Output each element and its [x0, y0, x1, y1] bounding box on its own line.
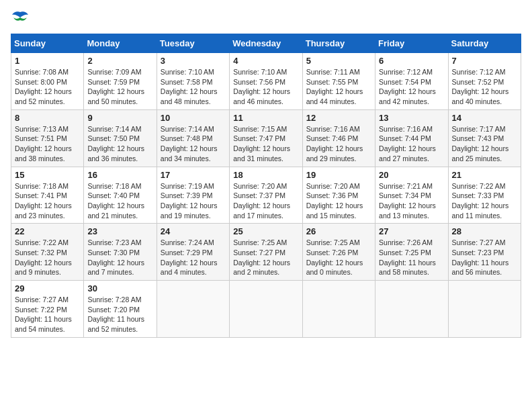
day-number: 7: [452, 56, 517, 66]
day-number: 21: [452, 170, 517, 180]
calendar-cell: [157, 281, 229, 338]
day-info: Sunrise: 7:09 AMSunset: 7:59 PMDaylight:…: [87, 67, 152, 107]
day-info: Sunrise: 7:27 AMSunset: 7:22 PMDaylight:…: [15, 295, 80, 334]
day-info: Sunrise: 7:28 AMSunset: 7:20 PMDaylight:…: [87, 295, 152, 334]
calendar-cell: [448, 281, 521, 338]
calendar-week-row: 29Sunrise: 7:27 AMSunset: 7:22 PMDayligh…: [11, 281, 521, 338]
weekday-header-tuesday: Tuesday: [157, 34, 229, 53]
day-info: Sunrise: 7:14 AMSunset: 7:48 PMDaylight:…: [161, 124, 226, 164]
calendar-cell: 9Sunrise: 7:14 AMSunset: 7:50 PMDaylight…: [84, 109, 157, 167]
day-info: Sunrise: 7:08 AMSunset: 8:00 PMDaylight:…: [15, 67, 80, 107]
weekday-header-wednesday: Wednesday: [230, 34, 302, 53]
day-info: Sunrise: 7:27 AMSunset: 7:23 PMDaylight:…: [452, 238, 517, 277]
calendar-cell: 18Sunrise: 7:20 AMSunset: 7:37 PMDayligh…: [230, 167, 302, 224]
day-number: 3: [161, 56, 226, 66]
calendar-cell: 15Sunrise: 7:18 AMSunset: 7:41 PMDayligh…: [11, 167, 84, 224]
calendar-cell: 30Sunrise: 7:28 AMSunset: 7:20 PMDayligh…: [84, 281, 157, 338]
day-number: 5: [306, 56, 371, 66]
day-number: 11: [233, 113, 298, 123]
calendar-cell: 28Sunrise: 7:27 AMSunset: 7:23 PMDayligh…: [448, 224, 521, 281]
logo-bird-icon: [11, 11, 30, 26]
calendar-cell: 21Sunrise: 7:22 AMSunset: 7:33 PMDayligh…: [448, 167, 521, 224]
day-number: 20: [379, 170, 444, 180]
calendar-cell: 25Sunrise: 7:25 AMSunset: 7:27 PMDayligh…: [230, 224, 302, 281]
day-info: Sunrise: 7:20 AMSunset: 7:36 PMDaylight:…: [306, 181, 371, 221]
calendar-cell: 17Sunrise: 7:19 AMSunset: 7:39 PMDayligh…: [157, 167, 229, 224]
day-number: 22: [15, 226, 80, 236]
day-number: 24: [161, 226, 226, 236]
day-number: 10: [161, 113, 226, 123]
day-info: Sunrise: 7:21 AMSunset: 7:34 PMDaylight:…: [379, 181, 444, 221]
day-number: 15: [15, 170, 80, 180]
day-number: 4: [233, 56, 298, 66]
calendar-cell: [230, 281, 302, 338]
day-info: Sunrise: 7:23 AMSunset: 7:30 PMDaylight:…: [87, 238, 152, 277]
day-number: 30: [87, 283, 152, 293]
calendar-cell: [302, 281, 375, 338]
calendar-cell: 27Sunrise: 7:26 AMSunset: 7:25 PMDayligh…: [375, 224, 448, 281]
calendar-cell: 7Sunrise: 7:12 AMSunset: 7:52 PMDaylight…: [448, 53, 521, 110]
calendar-week-row: 15Sunrise: 7:18 AMSunset: 7:41 PMDayligh…: [11, 167, 521, 224]
day-number: 17: [161, 170, 226, 180]
calendar-cell: 22Sunrise: 7:22 AMSunset: 7:32 PMDayligh…: [11, 224, 84, 281]
day-number: 9: [87, 113, 152, 123]
weekday-header-saturday: Saturday: [448, 34, 521, 53]
logo: [11, 11, 32, 26]
day-info: Sunrise: 7:15 AMSunset: 7:47 PMDaylight:…: [233, 124, 298, 164]
day-info: Sunrise: 7:14 AMSunset: 7:50 PMDaylight:…: [87, 124, 152, 164]
calendar-cell: 24Sunrise: 7:24 AMSunset: 7:29 PMDayligh…: [157, 224, 229, 281]
calendar-cell: 20Sunrise: 7:21 AMSunset: 7:34 PMDayligh…: [375, 167, 448, 224]
day-info: Sunrise: 7:20 AMSunset: 7:37 PMDaylight:…: [233, 181, 298, 221]
page-header: [11, 11, 521, 26]
calendar-cell: 8Sunrise: 7:13 AMSunset: 7:51 PMDaylight…: [11, 109, 84, 167]
day-number: 28: [452, 226, 517, 236]
weekday-header-friday: Friday: [375, 34, 448, 53]
day-info: Sunrise: 7:12 AMSunset: 7:52 PMDaylight:…: [452, 67, 517, 107]
day-number: 12: [306, 113, 371, 123]
day-info: Sunrise: 7:18 AMSunset: 7:40 PMDaylight:…: [87, 181, 152, 221]
day-number: 8: [15, 113, 80, 123]
day-info: Sunrise: 7:13 AMSunset: 7:51 PMDaylight:…: [15, 124, 80, 164]
day-info: Sunrise: 7:16 AMSunset: 7:44 PMDaylight:…: [379, 124, 444, 164]
day-info: Sunrise: 7:25 AMSunset: 7:27 PMDaylight:…: [233, 238, 298, 277]
calendar-week-row: 22Sunrise: 7:22 AMSunset: 7:32 PMDayligh…: [11, 224, 521, 281]
day-info: Sunrise: 7:10 AMSunset: 7:58 PMDaylight:…: [161, 67, 226, 107]
weekday-header-thursday: Thursday: [302, 34, 375, 53]
calendar-cell: 13Sunrise: 7:16 AMSunset: 7:44 PMDayligh…: [375, 109, 448, 167]
weekday-header-sunday: Sunday: [11, 34, 84, 53]
calendar-cell: 3Sunrise: 7:10 AMSunset: 7:58 PMDaylight…: [157, 53, 229, 110]
day-info: Sunrise: 7:17 AMSunset: 7:43 PMDaylight:…: [452, 124, 517, 164]
day-number: 23: [87, 226, 152, 236]
day-info: Sunrise: 7:26 AMSunset: 7:25 PMDaylight:…: [379, 238, 444, 277]
calendar-cell: 5Sunrise: 7:11 AMSunset: 7:55 PMDaylight…: [302, 53, 375, 110]
day-info: Sunrise: 7:19 AMSunset: 7:39 PMDaylight:…: [161, 181, 226, 221]
calendar-header-row: SundayMondayTuesdayWednesdayThursdayFrid…: [11, 34, 521, 53]
day-number: 6: [379, 56, 444, 66]
day-info: Sunrise: 7:24 AMSunset: 7:29 PMDaylight:…: [161, 238, 226, 277]
day-info: Sunrise: 7:10 AMSunset: 7:56 PMDaylight:…: [233, 67, 298, 107]
day-number: 19: [306, 170, 371, 180]
day-number: 25: [233, 226, 298, 236]
day-number: 16: [87, 170, 152, 180]
calendar-table: SundayMondayTuesdayWednesdayThursdayFrid…: [11, 34, 521, 338]
calendar-cell: 11Sunrise: 7:15 AMSunset: 7:47 PMDayligh…: [230, 109, 302, 167]
calendar-cell: 26Sunrise: 7:25 AMSunset: 7:26 PMDayligh…: [302, 224, 375, 281]
day-number: 18: [233, 170, 298, 180]
calendar-cell: [375, 281, 448, 338]
day-info: Sunrise: 7:12 AMSunset: 7:54 PMDaylight:…: [379, 67, 444, 107]
calendar-cell: 29Sunrise: 7:27 AMSunset: 7:22 PMDayligh…: [11, 281, 84, 338]
day-info: Sunrise: 7:22 AMSunset: 7:32 PMDaylight:…: [15, 238, 80, 277]
day-info: Sunrise: 7:22 AMSunset: 7:33 PMDaylight:…: [452, 181, 517, 221]
calendar-cell: 14Sunrise: 7:17 AMSunset: 7:43 PMDayligh…: [448, 109, 521, 167]
calendar-week-row: 1Sunrise: 7:08 AMSunset: 8:00 PMDaylight…: [11, 53, 521, 110]
calendar-cell: 16Sunrise: 7:18 AMSunset: 7:40 PMDayligh…: [84, 167, 157, 224]
calendar-cell: 6Sunrise: 7:12 AMSunset: 7:54 PMDaylight…: [375, 53, 448, 110]
calendar-week-row: 8Sunrise: 7:13 AMSunset: 7:51 PMDaylight…: [11, 109, 521, 167]
calendar-cell: 12Sunrise: 7:16 AMSunset: 7:46 PMDayligh…: [302, 109, 375, 167]
day-number: 1: [15, 56, 80, 66]
day-number: 29: [15, 283, 80, 293]
calendar-cell: 10Sunrise: 7:14 AMSunset: 7:48 PMDayligh…: [157, 109, 229, 167]
weekday-header-monday: Monday: [84, 34, 157, 53]
day-info: Sunrise: 7:25 AMSunset: 7:26 PMDaylight:…: [306, 238, 371, 277]
calendar-cell: 23Sunrise: 7:23 AMSunset: 7:30 PMDayligh…: [84, 224, 157, 281]
